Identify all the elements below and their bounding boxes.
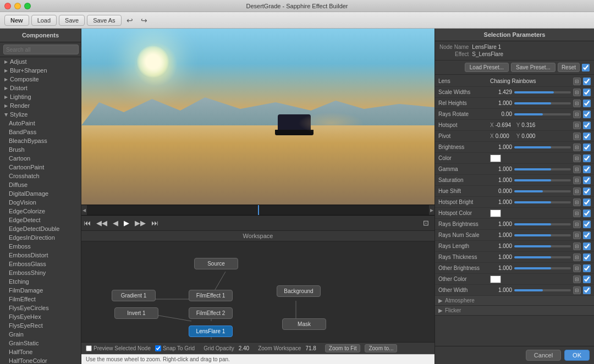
list-item[interactable]: EdgesInDirection [0, 233, 81, 242]
param-check-saturation[interactable] [583, 177, 591, 184]
preview-node-checkbox[interactable] [86, 345, 92, 351]
param-icon-hue-shift[interactable]: ⊟ [573, 187, 581, 195]
save-as-button[interactable]: Save As [87, 15, 121, 26]
load-button[interactable]: Load [31, 15, 57, 26]
param-check-rays-thickness[interactable] [583, 253, 591, 261]
node-canvas[interactable]: Source Gradient 1 FilmEffect 1 Invert 1 … [81, 241, 435, 342]
param-icon-rays-brightness[interactable]: ⊟ [573, 220, 581, 228]
node-lensflare1[interactable]: LensFlare 1 [189, 326, 233, 337]
param-check-rays-rotate[interactable] [583, 111, 591, 118]
param-icon-rays-num-scale[interactable]: ⊟ [573, 231, 581, 239]
param-icon-rel-heights[interactable]: ⊟ [573, 100, 581, 107]
timeline-bar[interactable] [87, 205, 429, 215]
param-icon-hotspot-color[interactable]: ⊟ [573, 209, 581, 217]
param-icon-saturation[interactable]: ⊟ [573, 177, 581, 184]
list-item[interactable]: FilmDamage [0, 286, 81, 295]
list-item[interactable]: Etching [0, 277, 81, 286]
save-button[interactable]: Save [59, 15, 85, 26]
param-check-hue-shift[interactable] [583, 187, 591, 195]
section-flicker[interactable]: ▶ Flicker [435, 306, 594, 316]
param-icon-gamma[interactable]: ⊟ [573, 166, 581, 173]
param-icon-rays-rotate[interactable]: ⊟ [573, 111, 581, 118]
param-icon-other-brightness[interactable]: ⊟ [573, 264, 581, 272]
node-mask[interactable]: Mask [282, 318, 326, 330]
node-background[interactable]: Background [277, 285, 321, 297]
load-preset-button[interactable]: Load Preset... [465, 63, 509, 72]
param-slider-hotspot-bright[interactable] [514, 201, 571, 203]
maximize-button[interactable] [24, 3, 31, 9]
cancel-button[interactable]: Cancel [526, 350, 561, 361]
list-item[interactable]: Cartoon [0, 154, 81, 163]
list-item[interactable]: HalfTone [0, 348, 81, 356]
param-icon-color[interactable]: ⊟ [573, 155, 581, 162]
ok-button[interactable]: OK [564, 350, 590, 361]
list-item[interactable]: Diffuse [0, 180, 81, 189]
section-atmosphere[interactable]: ▶ Atmosphere [435, 296, 594, 306]
param-slider-rel-heights[interactable] [514, 102, 571, 104]
undo-button[interactable]: ↩ [124, 15, 136, 26]
zoom-fit-button[interactable]: Zoom to Fit [325, 344, 361, 352]
param-check-gamma[interactable] [583, 166, 591, 173]
new-button[interactable]: New [4, 15, 29, 26]
param-icon-other-width[interactable]: ⊟ [573, 286, 581, 294]
node-filmeffect1[interactable]: FilmEffect 1 [189, 290, 233, 301]
param-check-color[interactable] [583, 155, 591, 162]
node-invert1[interactable]: Invert 1 [114, 307, 158, 319]
list-item[interactable]: Crosshatch [0, 172, 81, 180]
param-slider-rays-rotate[interactable] [514, 113, 571, 115]
list-item[interactable]: FlysEyeRect [0, 321, 81, 330]
param-color-swatch-color[interactable] [490, 155, 501, 162]
play-back-button[interactable]: ◀ [111, 218, 120, 228]
param-slider-saturation[interactable] [514, 179, 571, 181]
go-to-start-button[interactable]: ⏮ [81, 218, 93, 228]
list-item[interactable]: AutoPaint [0, 119, 81, 128]
param-slider-rays-brightness[interactable] [514, 223, 571, 225]
param-check-other-color[interactable] [583, 275, 591, 283]
step-back-button[interactable]: ◀◀ [94, 218, 109, 228]
list-item[interactable]: EmbossDistort [0, 251, 81, 260]
timeline[interactable]: ◀ ▶ [81, 205, 435, 216]
list-item[interactable]: Brush [0, 145, 81, 154]
reset-button[interactable]: Reset [558, 63, 580, 72]
param-slider-rays-thickness[interactable] [514, 256, 571, 258]
param-slider-other-brightness[interactable] [514, 267, 571, 269]
preset-enable-checkbox[interactable] [582, 64, 590, 71]
go-to-end-button[interactable]: ⏭ [149, 218, 161, 228]
save-preset-button[interactable]: Save Preset... [511, 63, 556, 72]
list-item[interactable]: EdgeDetectDouble [0, 224, 81, 233]
list-item[interactable]: GrainStatic [0, 339, 81, 348]
node-source[interactable]: Source [194, 258, 238, 269]
param-check-rays-brightness[interactable] [583, 220, 591, 228]
param-icon-hotspot[interactable]: ⊟ [573, 122, 581, 129]
zoom-to-button[interactable]: Zoom to... [365, 344, 397, 352]
redo-button[interactable]: ↪ [138, 15, 150, 26]
param-check-rel-heights[interactable] [583, 100, 591, 107]
list-item[interactable]: EdgeColorize [0, 207, 81, 216]
param-slider-rays-num-scale[interactable] [514, 234, 571, 236]
param-check-rays-length[interactable] [583, 242, 591, 250]
sidebar-item-blur[interactable]: ▶Blur+Sharpen [0, 66, 81, 75]
list-item[interactable]: DigitalDamage [0, 189, 81, 198]
sidebar-item-adjust[interactable]: ▶Adjust [0, 57, 81, 66]
sidebar-item-composite[interactable]: ▶Composite [0, 75, 81, 84]
timeline-right-arrow[interactable]: ▶ [430, 208, 433, 213]
preview-node-checkbox-label[interactable]: Preview Selected Node [86, 345, 151, 351]
param-check-hotspot-bright[interactable] [583, 198, 591, 206]
param-color-swatch-hotspot[interactable] [490, 209, 501, 217]
list-item[interactable]: Emboss [0, 242, 81, 251]
play-forward-button[interactable]: ▶▶ [133, 218, 148, 228]
list-item[interactable]: EdgeDetect [0, 216, 81, 224]
sidebar-item-render[interactable]: ▶Render [0, 101, 81, 110]
node-filmeffect2[interactable]: FilmEffect 2 [189, 307, 233, 319]
param-slider-brightness[interactable] [514, 146, 571, 148]
param-icon-rays-thickness[interactable]: ⊟ [573, 253, 581, 261]
param-slider-rays-length[interactable] [514, 245, 571, 247]
sidebar-item-stylize[interactable]: ▶Stylize [0, 110, 81, 119]
param-icon-pivot[interactable]: ⊟ [573, 133, 581, 140]
search-input[interactable] [3, 45, 79, 54]
param-icon-scale-widths[interactable]: ⊟ [573, 89, 581, 96]
list-item[interactable]: Grain [0, 330, 81, 339]
param-check-rays-num-scale[interactable] [583, 231, 591, 239]
timeline-left-arrow[interactable]: ◀ [82, 208, 86, 213]
snap-to-grid-checkbox-label[interactable]: Snap To Grid [155, 345, 195, 351]
